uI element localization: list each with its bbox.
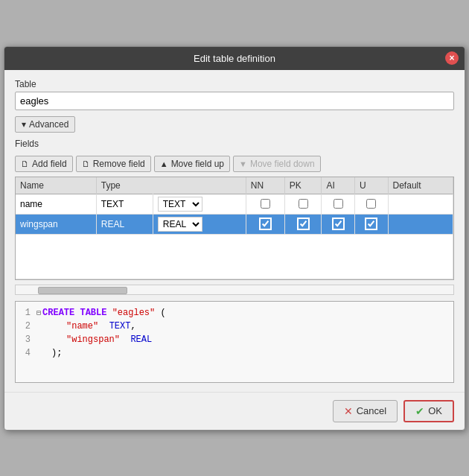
u-checkbox[interactable] [366, 219, 376, 229]
type-select[interactable]: TEXT REAL INTEGER BLOB [158, 197, 202, 212]
code-line-1: 1 ⊟CREATE TABLE "eagles" ( [19, 306, 450, 320]
close-button[interactable]: × [445, 51, 459, 65]
col-nn: NN [246, 177, 284, 194]
code-line-3: 3 "wingspan" REAL [19, 333, 450, 346]
pk-checkbox[interactable] [299, 219, 308, 229]
field-table-wrapper: Name Type NN PK AI U Default name [15, 177, 454, 280]
ok-button[interactable]: ✔ OK [403, 400, 454, 422]
field-type-arrow[interactable]: TEXT REAL INTEGER BLOB [153, 214, 246, 234]
table-section: Table [15, 79, 454, 110]
field-pk-cell [284, 214, 322, 234]
add-field-button[interactable]: 🗋 Add field [15, 156, 73, 172]
dialog-footer: ✕ Cancel ✔ OK [4, 392, 465, 430]
cancel-icon: ✕ [344, 405, 353, 417]
dialog-content: Table ▾ Advanced Fields 🗋 Add field 🗋 Re… [4, 70, 465, 392]
advanced-button[interactable]: ▾ Advanced [15, 116, 75, 133]
nn-checkbox[interactable] [261, 199, 270, 209]
ok-icon: ✔ [415, 405, 424, 417]
pk-checkbox[interactable] [299, 199, 308, 209]
remove-field-label: Remove field [93, 159, 145, 169]
move-down-label: Move field down [250, 159, 315, 169]
move-down-icon: ▼ [239, 159, 247, 168]
title-bar: Edit table definition × [4, 47, 465, 70]
move-up-label: Move field up [171, 159, 224, 169]
field-u-cell [355, 194, 389, 214]
field-nn-cell [246, 214, 284, 234]
table-row[interactable]: name TEXT TEXT REAL INTEGER [16, 194, 453, 214]
field-nn-cell [246, 194, 284, 214]
field-u-cell [355, 214, 389, 234]
nn-checkbox[interactable] [261, 219, 270, 229]
ok-label: OK [428, 405, 442, 416]
col-default: Default [388, 177, 453, 194]
edit-table-dialog: Edit table definition × Table ▾ Advanced… [4, 46, 465, 431]
field-pk-cell [284, 194, 322, 214]
field-type-cell: TEXT [96, 194, 153, 214]
code-line-2: 2 "name" TEXT, [19, 320, 450, 333]
col-pk: PK [284, 177, 322, 194]
fields-section: Fields 🗋 Add field 🗋 Remove field ▲ Move… [15, 139, 454, 295]
col-u: U [355, 177, 389, 194]
field-default-cell [388, 214, 453, 234]
remove-field-icon: 🗋 [82, 159, 90, 168]
table-row[interactable]: wingspan REAL TEXT REAL INTEGER [16, 214, 453, 234]
table-row-empty [16, 234, 453, 279]
code-line-4: 4 ); [19, 346, 450, 360]
field-type-arrow[interactable]: TEXT REAL INTEGER BLOB [153, 194, 246, 214]
u-checkbox[interactable] [366, 199, 376, 209]
col-ai: AI [322, 177, 355, 194]
table-header-row: Name Type NN PK AI U Default [16, 177, 453, 194]
fields-toolbar: 🗋 Add field 🗋 Remove field ▲ Move field … [15, 156, 454, 172]
advanced-section: ▾ Advanced [15, 116, 454, 133]
dialog-title: Edit table definition [194, 53, 275, 64]
add-field-icon: 🗋 [21, 159, 29, 168]
field-ai-cell [322, 214, 355, 234]
field-type-cell: REAL [96, 214, 153, 234]
move-field-down-button[interactable]: ▼ Move field down [233, 156, 321, 172]
field-name-cell: wingspan [16, 214, 96, 234]
col-type: Type [96, 177, 246, 194]
type-select[interactable]: TEXT REAL INTEGER BLOB [158, 217, 202, 232]
add-field-label: Add field [32, 159, 67, 169]
table-section-label: Table [15, 79, 454, 89]
table-name-input[interactable] [15, 92, 454, 110]
ai-checkbox[interactable] [334, 199, 343, 209]
horizontal-scrollbar[interactable] [15, 285, 454, 295]
field-table: Name Type NN PK AI U Default name [16, 177, 453, 279]
move-up-icon: ▲ [160, 159, 168, 168]
scrollbar-thumb[interactable] [38, 287, 127, 294]
field-ai-cell [322, 194, 355, 214]
cancel-button[interactable]: ✕ Cancel [333, 400, 398, 422]
fields-section-label: Fields [15, 139, 454, 149]
advanced-label: Advanced [29, 119, 68, 130]
move-field-up-button[interactable]: ▲ Move field up [154, 156, 230, 172]
advanced-arrow-icon: ▾ [22, 119, 26, 130]
cancel-label: Cancel [357, 405, 386, 416]
col-name: Name [16, 177, 96, 194]
field-default-cell [388, 194, 453, 214]
remove-field-button[interactable]: 🗋 Remove field [76, 156, 151, 172]
field-name-cell: name [16, 194, 96, 214]
ai-checkbox[interactable] [334, 219, 343, 229]
code-preview: 1 ⊟CREATE TABLE "eagles" ( 2 "name" TEXT… [15, 301, 454, 383]
fold-icon: ⊟ [36, 309, 41, 317]
